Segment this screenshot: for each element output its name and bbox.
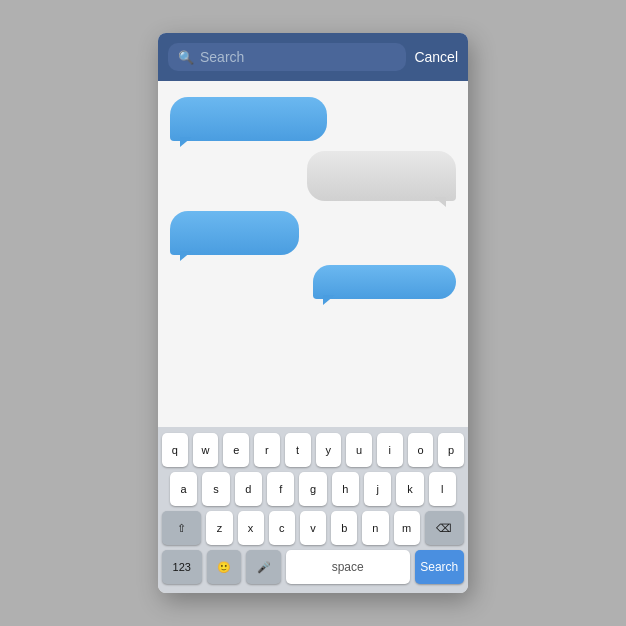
key-c[interactable]: c	[269, 511, 295, 545]
search-placeholder: Search	[200, 49, 244, 65]
numbers-key[interactable]: 123	[162, 550, 202, 584]
cancel-button[interactable]: Cancel	[414, 49, 458, 65]
key-g[interactable]: g	[299, 472, 326, 506]
search-submit-key[interactable]: Search	[415, 550, 464, 584]
key-w[interactable]: w	[193, 433, 219, 467]
key-m[interactable]: m	[394, 511, 420, 545]
key-t[interactable]: t	[285, 433, 311, 467]
key-d[interactable]: d	[235, 472, 262, 506]
message-row-3	[170, 211, 456, 255]
keyboard-row-1: q w e r t y u i o p	[162, 433, 464, 467]
key-u[interactable]: u	[346, 433, 372, 467]
message-row-1	[170, 97, 456, 141]
key-j[interactable]: j	[364, 472, 391, 506]
key-b[interactable]: b	[331, 511, 357, 545]
keyboard-row-3: ⇧ z x c v b n m ⌫	[162, 511, 464, 545]
key-o[interactable]: o	[408, 433, 434, 467]
space-key[interactable]: space	[286, 550, 410, 584]
message-row-4	[170, 265, 456, 299]
key-i[interactable]: i	[377, 433, 403, 467]
key-q[interactable]: q	[162, 433, 188, 467]
key-n[interactable]: n	[362, 511, 388, 545]
key-r[interactable]: r	[254, 433, 280, 467]
search-input-wrap[interactable]: 🔍 Search	[168, 43, 406, 71]
key-e[interactable]: e	[223, 433, 249, 467]
search-bar: 🔍 Search Cancel	[158, 33, 468, 81]
key-v[interactable]: v	[300, 511, 326, 545]
message-bubble-sent-2	[170, 211, 299, 255]
message-row-2	[170, 151, 456, 201]
key-f[interactable]: f	[267, 472, 294, 506]
shift-key[interactable]: ⇧	[162, 511, 201, 545]
keyboard-row-2: a s d f g h j k l	[162, 472, 464, 506]
delete-key[interactable]: ⌫	[425, 511, 464, 545]
key-x[interactable]: x	[238, 511, 264, 545]
phone-frame: 🔍 Search Cancel q w e r t y u i	[158, 33, 468, 593]
mic-key[interactable]: 🎤	[246, 550, 281, 584]
key-z[interactable]: z	[206, 511, 232, 545]
message-bubble-sent-1	[170, 97, 327, 141]
emoji-key[interactable]: 🙂	[207, 550, 242, 584]
message-bubble-sent-3	[313, 265, 456, 299]
key-y[interactable]: y	[316, 433, 342, 467]
message-bubble-received-1	[307, 151, 456, 201]
key-s[interactable]: s	[202, 472, 229, 506]
key-p[interactable]: p	[438, 433, 464, 467]
key-l[interactable]: l	[429, 472, 456, 506]
keyboard-bottom-row: 123 🙂 🎤 space Search	[162, 550, 464, 584]
key-a[interactable]: a	[170, 472, 197, 506]
key-k[interactable]: k	[396, 472, 423, 506]
search-icon: 🔍	[178, 50, 194, 65]
key-h[interactable]: h	[332, 472, 359, 506]
keyboard: q w e r t y u i o p a s d f g h j k l ⇧ …	[158, 427, 468, 593]
message-area	[158, 81, 468, 427]
